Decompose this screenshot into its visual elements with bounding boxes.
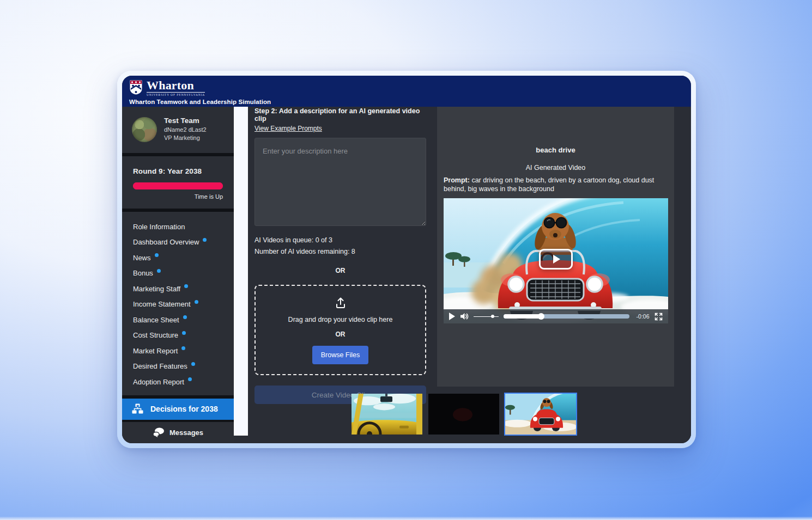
app-window: Wharton University of Pennsylvania Whart…	[117, 71, 696, 448]
thumbnail-black-clip[interactable]	[428, 394, 499, 435]
sidebar-nav-label: Market Report	[133, 347, 178, 355]
black-clip-art	[428, 394, 499, 435]
round-title: Round 9: Year 2038	[133, 167, 223, 175]
prompt-label: Prompt:	[444, 176, 470, 184]
seek-bar[interactable]	[504, 314, 629, 319]
timer-label: Time is Up	[133, 193, 223, 200]
scroll-gutter[interactable]	[234, 107, 248, 436]
brand-name: Wharton	[147, 79, 205, 93]
member-role: VP Marketing	[164, 134, 207, 142]
sidebar-item-messages[interactable]: Messages	[122, 422, 234, 443]
sidebar: Test Team dName2 dLast2 VP Marketing Rou…	[122, 107, 234, 443]
fullscreen-icon[interactable]	[655, 313, 663, 321]
round-progress-bar	[133, 182, 223, 189]
wharton-shield-icon	[129, 79, 143, 95]
chat-bubbles-icon	[153, 427, 165, 437]
sidebar-nav-label: Income Statement	[133, 300, 191, 308]
sidebar-nav-label: News	[133, 254, 151, 262]
org-chart-icon: ▦	[132, 403, 143, 414]
time-remaining: -0:06	[634, 313, 650, 320]
unread-dot	[195, 300, 198, 304]
unread-dot	[184, 284, 188, 288]
unread-dot	[188, 377, 192, 381]
sidebar-item-decisions[interactable]: ▦ Decisions for 2038	[122, 399, 234, 420]
or-divider: OR	[254, 267, 426, 274]
sidebar-nav-item[interactable]: Desired Features	[133, 359, 234, 375]
team-profile: Test Team dName2 dLast2 VP Marketing	[122, 107, 234, 153]
video-preview-panel: beach drive AI Generated Video Prompt: c…	[437, 107, 674, 387]
step-title: Step 2: Add a description for an AI gene…	[254, 107, 426, 123]
sidebar-nav-item[interactable]: Dashboard Overview	[133, 235, 234, 250]
sidebar-nav: Role Information Dashboard Overview News	[122, 212, 234, 395]
unread-dot	[155, 253, 159, 257]
sidebar-nav-label: Desired Features	[133, 362, 187, 370]
unread-dot	[203, 238, 207, 242]
unread-dot	[182, 331, 186, 335]
upload-icon	[334, 297, 347, 309]
sidebar-nav-label: Bonus	[133, 269, 153, 277]
description-input[interactable]	[254, 138, 426, 226]
main-content: Step 2: Add a description for an AI gene…	[248, 107, 691, 443]
app-window-content: Wharton University of Pennsylvania Whart…	[122, 76, 691, 443]
sidebar-nav-item[interactable]: Bonus	[133, 266, 234, 282]
unread-dot	[157, 269, 161, 273]
sidebar-nav-item[interactable]: Balance Sheet	[133, 312, 234, 328]
top-navbar: Wharton University of Pennsylvania Whart…	[122, 76, 691, 107]
sidebar-nav-item[interactable]: Marketing Staff	[133, 281, 234, 297]
remaining-status: Number of AI videos remaining: 8	[254, 248, 426, 255]
sidebar-nav-label: Role Information	[133, 223, 185, 231]
sidebar-nav-label: Dashboard Overview	[133, 238, 199, 246]
queue-status: AI Videos in queue: 0 of 3	[254, 236, 426, 244]
prompt-text: car driving on the beach, driven by a ca…	[444, 176, 654, 193]
sidebar-nav-item[interactable]: News	[133, 250, 234, 266]
dashboard-clip-art	[352, 394, 422, 435]
seek-handle[interactable]	[538, 313, 544, 320]
dropzone-or: OR	[336, 331, 346, 338]
sidebar-nav-label: Marketing Staff	[133, 285, 180, 293]
video-subtitle: AI Generated Video	[437, 164, 674, 172]
video-title: beach drive	[437, 146, 674, 154]
sidebar-nav-label: Balance Sheet	[133, 316, 179, 324]
sidebar-nav-item[interactable]: Market Report	[133, 343, 234, 359]
seek-progress	[504, 314, 541, 319]
video-dropzone[interactable]: Drag and drop your video clip here OR Br…	[254, 285, 426, 375]
round-section: Round 9: Year 2038 Time is Up	[122, 156, 234, 209]
unread-dot	[181, 346, 185, 350]
sidebar-nav-item[interactable]: Adoption Report	[133, 374, 234, 390]
messages-label: Messages	[169, 429, 203, 437]
sidebar-nav-label: Adoption Report	[133, 378, 184, 386]
team-name: Test Team	[164, 117, 207, 125]
video-description-form: Step 2: Add a description for an AI gene…	[254, 107, 426, 404]
member-name: dName2 dLast2	[164, 126, 207, 134]
decisions-label: Decisions for 2038	[150, 405, 218, 413]
wharton-logo: Wharton University of Pennsylvania	[129, 79, 691, 96]
sidebar-nav-item[interactable]: Cost Structure	[133, 328, 234, 344]
unread-dot	[183, 315, 187, 319]
thumbnail-beach-drive-clip[interactable]	[505, 394, 576, 435]
sidebar-nav-item[interactable]: Role Information	[133, 219, 234, 235]
thumbnail-dashboard-clip[interactable]	[352, 394, 422, 435]
volume-icon[interactable]	[460, 313, 469, 320]
play-overlay-button[interactable]	[539, 249, 573, 270]
play-button[interactable]	[449, 313, 455, 320]
beach-drive-clip-art	[505, 394, 576, 435]
wharton-wordmark: Wharton University of Pennsylvania	[147, 79, 205, 97]
view-example-prompts-link[interactable]: View Example Prompts	[254, 125, 322, 132]
volume-knob[interactable]	[491, 315, 494, 318]
clip-thumbnails	[352, 394, 576, 435]
video-controls: -0:06	[444, 309, 668, 323]
browse-files-button[interactable]: Browse Files	[312, 346, 369, 364]
sidebar-nav-label: Cost Structure	[133, 331, 178, 339]
brand-subtitle: University of Pennsylvania	[147, 94, 205, 97]
video-player[interactable]: -0:06	[444, 198, 668, 323]
background-bottom-strip	[0, 517, 812, 520]
video-prompt: Prompt: car driving on the beach, driven…	[437, 176, 674, 193]
dropzone-text: Drag and drop your video clip here	[288, 316, 393, 323]
round-progress-fill	[133, 182, 223, 189]
unread-dot	[191, 362, 195, 366]
volume-slider[interactable]	[474, 313, 499, 320]
play-icon	[553, 255, 560, 264]
svg-text:▦: ▦	[136, 404, 139, 407]
sidebar-nav-item[interactable]: Income Statement	[133, 297, 234, 313]
app-title: Wharton Teamwork and Leadership Simulati…	[129, 99, 691, 105]
